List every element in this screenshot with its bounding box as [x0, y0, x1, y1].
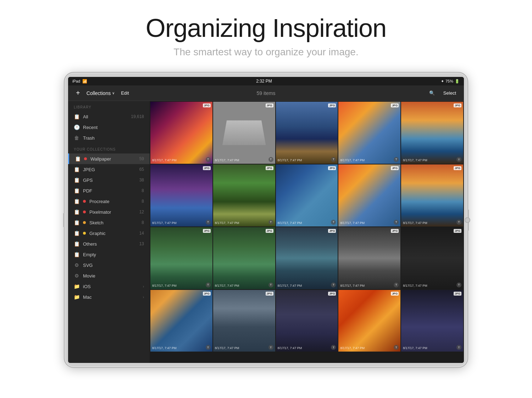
grid-cell[interactable]: JPG8/17/17, 7:47 PMT — [338, 102, 400, 164]
select-button[interactable]: Select — [441, 89, 458, 97]
sidebar-item-movie[interactable]: ⚙ Movie — [68, 270, 150, 281]
grid-cell[interactable]: JPG8/17/17, 7:47 PMT — [150, 227, 212, 289]
chevron-down-icon: ∨ — [112, 91, 115, 95]
library-section-label: LIBRARY — [68, 101, 150, 111]
cell-badge: JPG — [266, 229, 273, 233]
sidebar-item-pdf[interactable]: 📋 PDF 8 — [68, 185, 150, 196]
grid-cell-inner: JPG8/17/17, 7:47 PMT — [213, 290, 275, 352]
cell-type-icon: T — [206, 282, 211, 287]
grid-cell[interactable]: JPG8/17/17, 7:47 PMT — [401, 290, 463, 352]
sidebar-item-jpeg[interactable]: 📋 JPEG 65 — [68, 164, 150, 175]
sidebar-item-sketch[interactable]: 📋 Sketch 8 — [68, 217, 150, 228]
grid-cell[interactable]: JPG8/17/17, 7:47 PMT — [150, 102, 212, 164]
grid-cell[interactable]: JPG8/17/17, 7:47 PMT — [401, 164, 463, 226]
graphic-dot — [83, 232, 86, 235]
chevron-right-icon: › — [143, 285, 144, 288]
grid-cell[interactable]: JPG8/17/17, 7:47 PMT — [338, 227, 400, 289]
grid-cell-inner: JPG8/17/17, 7:47 PMT — [338, 227, 400, 289]
sidebar-recent-label: Recent — [83, 125, 144, 130]
grid-cell[interactable]: JPG8/17/17, 7:47 PMT — [276, 227, 338, 289]
grid-cell[interactable]: JPG8/17/17, 7:47 PMT — [213, 227, 275, 289]
cell-timestamp: 8/17/17, 7:47 PM — [403, 221, 427, 225]
sidebar-graphic-count: 14 — [139, 231, 144, 236]
sidebar-item-others[interactable]: 📋 Others 13 — [68, 239, 150, 249]
grid-cell[interactable]: JPG8/17/17, 7:47 PMT — [276, 290, 338, 352]
status-bar: iPad 📶 2:32 PM ✦ 75% 🔋 — [68, 77, 464, 85]
ios-icon: 📁 — [74, 284, 79, 289]
sidebar-item-ios[interactable]: 📁 iOS › — [68, 281, 150, 292]
cell-timestamp: 8/17/17, 7:47 PM — [215, 284, 239, 287]
grid-cell[interactable]: JPG8/17/17, 7:47 PMT — [213, 164, 275, 226]
main-content: LIBRARY 📋 All 19,618 🕐 Recent 🗑 Trash — [68, 101, 464, 363]
page-subtitle: The smartest way to organize your image. — [0, 46, 532, 58]
cell-badge: JPG — [203, 292, 211, 296]
sidebar-item-svg[interactable]: ⚙ SVG — [68, 260, 150, 270]
grid-cell-inner: JPG8/17/17, 7:47 PMT — [276, 102, 338, 164]
grid-cell[interactable]: JPG8/17/17, 7:47 PMT — [338, 290, 400, 352]
cell-timestamp: 8/17/17, 7:47 PM — [215, 346, 239, 350]
cell-badge: JPG — [391, 103, 399, 107]
sidebar-item-empty[interactable]: 📋 Empty — [68, 249, 150, 260]
grid-cell[interactable]: JPG8/17/17, 7:47 PMT — [150, 290, 212, 352]
grid-cell-inner: JPG8/17/17, 7:47 PMT — [338, 164, 400, 226]
grid-cell[interactable]: JPG8/17/17, 7:47 PMT — [401, 227, 463, 289]
grid-cell[interactable]: JPG8/17/17, 7:47 PMT — [213, 290, 275, 352]
nav-right: 🔍 Select — [387, 89, 458, 97]
grid-cell[interactable]: JPG8/17/17, 7:47 PMT — [213, 102, 275, 164]
cell-type-icon: T — [394, 345, 399, 350]
sidebar-item-gps[interactable]: 📋 GPS 38 — [68, 175, 150, 185]
sidebar-pdf-count: 8 — [142, 188, 144, 193]
grid-cell-inner: JPG8/17/17, 7:47 PMT — [338, 102, 400, 164]
grid-cell[interactable]: JPG8/17/17, 7:47 PMT — [150, 164, 212, 226]
sidebar-item-trash[interactable]: 🗑 Trash — [68, 133, 150, 143]
grid-cell[interactable]: JPG8/17/17, 7:47 PMT — [276, 102, 338, 164]
sidebar-item-recent[interactable]: 🕐 Recent — [68, 122, 150, 133]
svg-icon: ⚙ — [74, 262, 79, 268]
ipad-wrapper: iPad 📶 2:32 PM ✦ 75% 🔋 + Collections ∨ — [0, 72, 532, 368]
cell-timestamp: 8/17/17, 7:47 PM — [340, 221, 365, 225]
sidebar-item-pixelmator[interactable]: 📋 Pixelmator 12 — [68, 207, 150, 217]
add-button[interactable]: + — [74, 88, 82, 99]
cell-timestamp: 8/17/17, 7:47 PM — [152, 158, 177, 162]
sidebar-item-mac[interactable]: 📁 Mac › — [68, 292, 150, 302]
wifi-icon: 📶 — [82, 79, 87, 84]
grid-cell[interactable]: JPG8/17/17, 7:47 PMT — [276, 164, 338, 226]
cell-timestamp: 8/17/17, 7:47 PM — [278, 284, 302, 287]
sidebar-gps-count: 38 — [139, 178, 144, 183]
grid-cell-inner: JPG8/17/17, 7:47 PMT — [213, 102, 275, 164]
cell-badge: JPG — [266, 166, 273, 170]
sidebar-item-graphic[interactable]: 📋 Graphic 14 — [68, 228, 150, 239]
empty-icon: 📋 — [74, 252, 79, 257]
sidebar-item-all[interactable]: 📋 All 19,618 — [68, 111, 150, 122]
sidebar-item-procreate[interactable]: 📋 Procreate 8 — [68, 196, 150, 207]
grid-cell-inner: JPG8/17/17, 7:47 PMT — [213, 227, 275, 289]
cell-badge: JPG — [454, 292, 461, 296]
procreate-icon: 📋 — [74, 198, 79, 204]
battery-icon: 🔋 — [455, 79, 460, 84]
cell-timestamp: 8/17/17, 7:47 PM — [215, 221, 239, 225]
grid-cell-inner: JPG8/17/17, 7:47 PMT — [401, 164, 463, 226]
cell-timestamp: 8/17/17, 7:47 PM — [152, 284, 177, 287]
cell-type-icon: T — [331, 345, 336, 350]
sidebar-item-wallpaper[interactable]: 📋 Wallpaper 59 — [68, 153, 150, 164]
jpeg-icon: 📋 — [74, 167, 79, 172]
edit-button[interactable]: Edit — [119, 89, 131, 97]
sidebar-empty-label: Empty — [83, 252, 144, 257]
ipad-home-button[interactable] — [465, 217, 470, 223]
cell-timestamp: 8/17/17, 7:47 PM — [152, 221, 177, 225]
cell-type-icon: T — [456, 282, 461, 287]
cell-timestamp: 8/17/17, 7:47 PM — [278, 221, 302, 225]
nav-left: + Collections ∨ Edit — [74, 88, 145, 99]
collections-dropdown[interactable]: Collections ∨ — [87, 90, 115, 96]
cell-timestamp: 8/17/17, 7:47 PM — [278, 158, 302, 162]
search-icon[interactable]: 🔍 — [427, 89, 437, 97]
grid-cell-inner: JPG8/17/17, 7:47 PMT — [338, 290, 400, 352]
pixelmator-icon: 📋 — [74, 209, 79, 215]
gps-icon: 📋 — [74, 177, 79, 183]
grid-cell[interactable]: JPG8/17/17, 7:47 PMT — [401, 102, 463, 164]
sidebar-graphic-label: Graphic — [89, 231, 136, 236]
grid-cell[interactable]: JPG8/17/17, 7:47 PMT — [338, 164, 400, 226]
pixelmator-dot — [83, 211, 86, 213]
cell-timestamp: 8/17/17, 7:47 PM — [403, 284, 427, 287]
cell-timestamp: 8/17/17, 7:47 PM — [403, 346, 427, 350]
